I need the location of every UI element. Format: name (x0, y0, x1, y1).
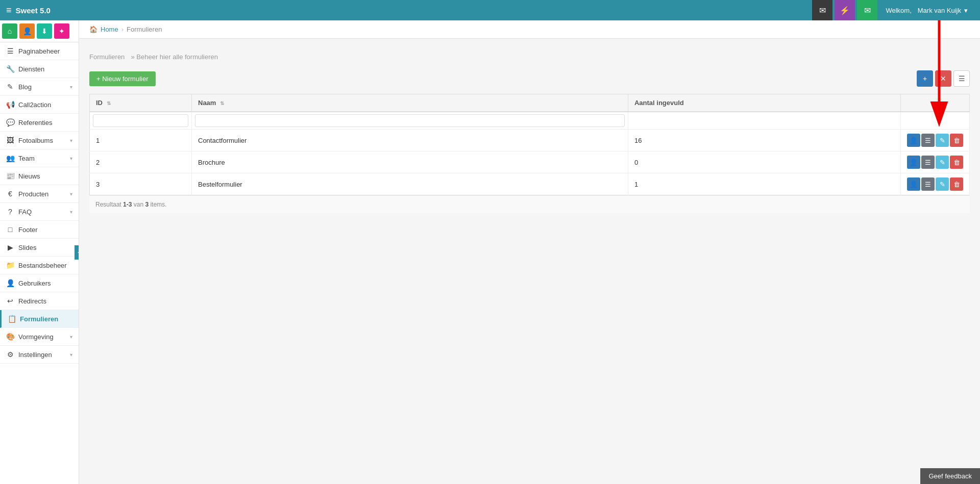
sidebar-item-instellingen[interactable]: ⚙ Instellingen ▾ (0, 346, 79, 364)
quick-user-button[interactable]: 👤 (19, 23, 35, 39)
sidebar-item-formulieren[interactable]: 📋 Formulieren (0, 310, 79, 328)
view-submissions-button-2[interactable]: 👤 (907, 156, 920, 169)
toolbar: + Nieuw formulier + ✕ ☰ (89, 70, 970, 87)
sidebar-item-gebruikers[interactable]: 👤 Gebruikers (0, 274, 79, 292)
sidebar-item-blog[interactable]: ✎ Blog ▾ (0, 78, 79, 96)
team-icon: 👥 (6, 154, 14, 162)
sidebar-item-slides[interactable]: ▶ Slides (0, 239, 79, 257)
main-content: 🏠 Home › Formulieren Formulieren » Behee… (79, 20, 980, 484)
columns-button[interactable]: ☰ (953, 70, 970, 87)
sidebar-item-fotoalbums[interactable]: 🖼 Fotoalbums ▾ (0, 132, 79, 149)
sidebar-label-slides: Slides (18, 244, 36, 251)
hamburger-icon: ≡ (6, 5, 12, 16)
filter-naam-input[interactable] (195, 114, 625, 127)
home-icon: 🏠 (89, 26, 97, 33)
sidebar-item-paginabeheer[interactable]: ☰ Paginabeheer (0, 42, 79, 60)
list-button-1[interactable]: ☰ (921, 134, 935, 147)
shield-button[interactable]: ⚡ (835, 0, 855, 20)
footer-icon: □ (6, 225, 14, 234)
formulieren-table: ID ⇅ Naam ⇅ Aantal ingevuld (89, 94, 970, 195)
producten-icon: € (6, 190, 14, 198)
bestandsbeheer-icon: 📁 (6, 261, 14, 269)
filter-id-input[interactable] (93, 114, 188, 127)
sidebar-item-call2action[interactable]: 📢 Call2action (0, 96, 79, 114)
sidebar-item-diensten[interactable]: 🔧 Diensten (0, 60, 79, 78)
sidebar-label-bestandsbeheer: Bestandsbeheer (18, 262, 67, 269)
sidebar-item-team[interactable]: 👥 Team ▾ (0, 149, 79, 167)
table-row: 3 Bestelformulier 1 👤 ☰ ✎ 🗑 (90, 173, 970, 195)
call2action-icon: 📢 (6, 100, 14, 109)
quick-home-button[interactable]: ⌂ (2, 23, 17, 39)
sidebar-item-producten[interactable]: € Producten ▾ (0, 185, 79, 203)
sidebar-item-redirects[interactable]: ↩ Redirects (0, 292, 79, 310)
sidebar-item-faq[interactable]: ? FAQ ▾ (0, 203, 79, 221)
cell-id-3: 3 (90, 173, 192, 195)
app-title: Sweet 5.0 (16, 6, 51, 15)
feedback-button[interactable]: Geef feedback (920, 468, 980, 484)
naam-sort-icon: ⇅ (220, 100, 224, 106)
list-button-3[interactable]: ☰ (921, 177, 935, 191)
sidebar-label-footer: Footer (18, 226, 38, 234)
email-button[interactable]: ✉ (857, 0, 877, 20)
cell-id-2: 2 (90, 151, 192, 173)
col-id: ID ⇅ (90, 94, 192, 112)
vormgeving-icon: 🎨 (6, 333, 14, 341)
table-row: 2 Brochure 0 👤 ☰ ✎ 🗑 (90, 151, 970, 173)
remove-column-button[interactable]: ✕ (935, 70, 951, 87)
sidebar-item-referenties[interactable]: 💬 Referenties (0, 114, 79, 132)
new-formulier-button[interactable]: + Nieuw formulier (89, 71, 156, 86)
sidebar-label-team: Team (18, 155, 35, 162)
formulieren-icon: 📋 (8, 315, 16, 323)
team-arrow-icon: ▾ (70, 156, 72, 161)
diensten-icon: 🔧 (6, 65, 14, 73)
sidebar-label-faq: FAQ (18, 208, 32, 216)
view-submissions-button-1[interactable]: 👤 (907, 134, 920, 147)
vormgeving-arrow-icon: ▾ (70, 334, 72, 340)
sidebar-label-instellingen: Instellingen (18, 351, 52, 359)
quick-download-button[interactable]: ⬇ (37, 23, 52, 39)
filter-row (90, 112, 970, 130)
table-row: 1 Contactformulier 16 👤 ☰ ✎ 🗑 (90, 130, 970, 151)
id-sort-icon: ⇅ (107, 100, 111, 106)
producten-arrow-icon: ▾ (70, 191, 72, 197)
edit-button-1[interactable]: ✎ (936, 134, 949, 147)
cell-aantal-1: 16 (628, 130, 900, 151)
add-column-button[interactable]: + (917, 70, 933, 87)
sidebar-item-vormgeving[interactable]: 🎨 Vormgeving ▾ (0, 328, 79, 346)
breadcrumb: 🏠 Home › Formulieren (79, 20, 980, 39)
messages-button[interactable]: ✉ (812, 0, 832, 20)
sidebar-label-formulieren: Formulieren (20, 315, 58, 323)
blog-arrow-icon: ▾ (70, 84, 72, 90)
col-actions (901, 94, 970, 112)
blog-icon: ✎ (6, 83, 14, 91)
edit-button-3[interactable]: ✎ (936, 177, 949, 191)
sidebar-label-vormgeving: Vormgeving (18, 333, 54, 341)
user-menu-arrow: ▾ (964, 7, 968, 14)
user-menu[interactable]: Welkom, Mark van Kuijk ▾ (879, 0, 974, 20)
delete-button-3[interactable]: 🗑 (950, 177, 963, 191)
sidebar-item-footer[interactable]: □ Footer (0, 221, 79, 239)
delete-button-1[interactable]: 🗑 (950, 134, 963, 147)
delete-button-2[interactable]: 🗑 (950, 156, 963, 169)
list-button-2[interactable]: ☰ (921, 156, 935, 169)
cell-naam-3: Bestelformulier (192, 173, 628, 195)
result-info: Resultaat 1-3 van 3 items. (89, 195, 970, 213)
instellingen-icon: ⚙ (6, 350, 14, 359)
sidebar-item-nieuws[interactable]: 📰 Nieuws (0, 167, 79, 185)
cell-actions-1: 👤 ☰ ✎ 🗑 (901, 130, 970, 151)
view-submissions-button-3[interactable]: 👤 (907, 177, 920, 191)
cell-actions-2: 👤 ☰ ✎ 🗑 (901, 151, 970, 173)
fotoalbums-arrow-icon: ▾ (70, 138, 72, 143)
sidebar: ⌂ 👤 ⬇ ✦ ☰ Paginabeheer 🔧 Diensten ✎ Blog… (0, 20, 79, 484)
top-nav-actions: ✉ ⚡ ✉ Welkom, Mark van Kuijk ▾ (812, 0, 974, 20)
redirects-icon: ↩ (6, 297, 14, 305)
sidebar-collapse-button[interactable]: ◀ (75, 245, 79, 260)
slides-icon: ▶ (6, 243, 14, 251)
breadcrumb-home[interactable]: Home (101, 26, 118, 33)
sidebar-label-fotoalbums: Fotoalbums (18, 137, 53, 144)
edit-button-2[interactable]: ✎ (936, 156, 949, 169)
toolbar-right-buttons: + ✕ ☰ (917, 70, 970, 87)
sidebar-item-bestandsbeheer[interactable]: 📁 Bestandsbeheer (0, 257, 79, 274)
quick-share-button[interactable]: ✦ (54, 23, 69, 39)
sidebar-label-gebruikers: Gebruikers (18, 279, 51, 287)
